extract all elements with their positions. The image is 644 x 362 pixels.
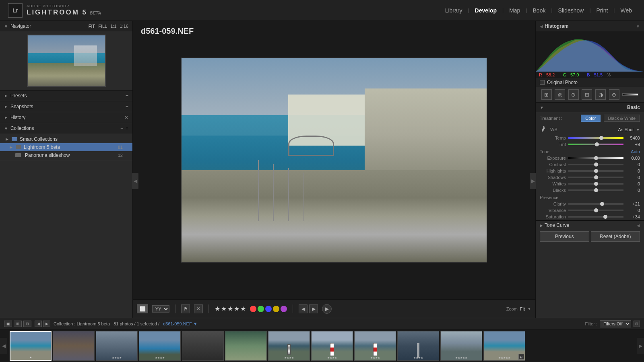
spot-removal-tool[interactable]: ⊙ bbox=[568, 89, 579, 100]
vibrance-thumb[interactable] bbox=[594, 208, 598, 212]
auto-btn[interactable]: Auto bbox=[631, 149, 640, 154]
contrast-thumb[interactable] bbox=[594, 162, 598, 167]
color-yellow[interactable] bbox=[273, 306, 279, 312]
histogram-left-arrow[interactable]: ◀ bbox=[540, 24, 543, 29]
saturation-slider[interactable] bbox=[568, 216, 623, 218]
grid-tool[interactable]: ⊞ bbox=[541, 89, 552, 100]
film-thumb-8[interactable]: ★★★★ bbox=[311, 331, 353, 361]
snapshots-add-btn[interactable]: + bbox=[126, 104, 128, 109]
collections-add-btn[interactable]: + bbox=[126, 125, 128, 131]
vibrance-slider[interactable] bbox=[568, 210, 623, 211]
filmstrip-left-arrow[interactable]: ◀ bbox=[0, 338, 7, 354]
clarity-slider[interactable] bbox=[568, 203, 623, 205]
histogram-header[interactable]: ◀ Histogram ▼ bbox=[536, 21, 644, 31]
next-image-arrow[interactable]: ▶ bbox=[309, 304, 318, 313]
filmstrip-forward-btn[interactable]: ▶ bbox=[43, 321, 50, 327]
filmstrip-right-arrow[interactable]: ▶ bbox=[637, 338, 644, 354]
wb-eyedropper[interactable] bbox=[540, 125, 548, 134]
navigator-header[interactable]: ▼ Navigator FIT FILL 1:1 1:16 bbox=[0, 21, 132, 31]
film-thumb-6[interactable] bbox=[225, 331, 267, 361]
nav-book[interactable]: Book bbox=[529, 6, 550, 15]
history-header[interactable]: ▼ History ✕ bbox=[0, 112, 132, 123]
zoom-1to1[interactable]: 1:1 bbox=[110, 24, 116, 29]
flag-btn[interactable]: ⚑ bbox=[181, 304, 190, 313]
shadows-thumb[interactable] bbox=[594, 175, 598, 179]
view-single[interactable]: ▣ bbox=[4, 321, 12, 327]
collection-main[interactable]: ▶ Lightroom 5 beta 81 bbox=[0, 143, 132, 151]
original-photo-checkbox[interactable] bbox=[540, 80, 545, 85]
collections-header[interactable]: ▼ Collections − + bbox=[0, 123, 132, 134]
highlights-slider[interactable] bbox=[568, 170, 623, 172]
nav-slideshow[interactable]: Slideshow bbox=[554, 6, 588, 15]
filter-dropdown[interactable]: Filters Off bbox=[600, 320, 631, 327]
whites-slider[interactable] bbox=[568, 183, 623, 185]
left-collapse-arrow[interactable]: ◀ bbox=[132, 173, 138, 189]
reset-btn[interactable]: Reset (Adobe) bbox=[591, 231, 640, 242]
nav-map[interactable]: Map bbox=[505, 6, 524, 15]
view-grid[interactable]: ⊞ bbox=[14, 321, 22, 327]
slideshow-play-btn[interactable]: ▶ bbox=[322, 304, 332, 314]
basic-header[interactable]: ▼ Basic bbox=[536, 103, 644, 112]
shadows-slider[interactable] bbox=[568, 177, 623, 178]
wb-dropdown[interactable]: ▼ bbox=[636, 128, 640, 132]
film-thumb-9[interactable]: ★★★★ bbox=[354, 331, 396, 361]
history-close-btn[interactable]: ✕ bbox=[124, 115, 128, 120]
radial-filter-tool[interactable]: ◎ bbox=[555, 89, 565, 100]
film-thumb-5[interactable] bbox=[182, 331, 224, 361]
film-thumb-7[interactable]: ★★★★ bbox=[268, 331, 310, 361]
color-blue[interactable] bbox=[265, 306, 272, 312]
right-collapse-arrow[interactable]: ▶ bbox=[530, 173, 536, 189]
exposure-slider-icon[interactable] bbox=[622, 93, 638, 96]
color-purple[interactable] bbox=[281, 306, 287, 312]
nav-library[interactable]: Library bbox=[441, 6, 466, 15]
prev-image-arrow[interactable]: ◀ bbox=[299, 304, 308, 313]
view-compare[interactable]: ⊟ bbox=[23, 321, 31, 327]
temp-slider[interactable] bbox=[568, 137, 623, 139]
snapshots-header[interactable]: ▼ Snapshots + bbox=[0, 101, 132, 112]
tone-curve-arrow[interactable]: ▶ bbox=[540, 223, 543, 228]
smart-collections-header[interactable]: ▶ Smart Collections bbox=[0, 135, 132, 143]
film-thumb-10[interactable]: ★★★★ bbox=[397, 331, 439, 361]
thumb-expand-icon[interactable]: ⬕ bbox=[518, 354, 524, 360]
temp-thumb[interactable] bbox=[599, 136, 603, 140]
zoom-fit[interactable]: FIT bbox=[89, 24, 95, 29]
presets-add-btn[interactable]: + bbox=[126, 93, 128, 99]
tint-thumb[interactable] bbox=[595, 142, 599, 146]
blacks-slider[interactable] bbox=[568, 189, 623, 191]
collections-minus-btn[interactable]: − bbox=[120, 125, 123, 131]
film-thumb-12[interactable]: ★★★★★ ⬕ bbox=[483, 331, 525, 361]
film-thumb-11[interactable]: ★★★★★ bbox=[440, 331, 482, 361]
saturation-thumb[interactable] bbox=[603, 215, 607, 219]
nav-develop[interactable]: Develop bbox=[471, 6, 501, 15]
zoom-dropdown[interactable]: ▼ bbox=[527, 306, 531, 311]
view-loupe-btn[interactable]: ⬜ bbox=[137, 304, 148, 313]
blacks-thumb[interactable] bbox=[594, 188, 598, 192]
view-mode-select[interactable]: YY bbox=[152, 305, 169, 313]
film-thumb-4[interactable]: ★★★★ bbox=[139, 331, 181, 361]
presets-header[interactable]: ▼ Presets + bbox=[0, 90, 132, 101]
color-red[interactable] bbox=[250, 306, 256, 312]
whites-thumb[interactable] bbox=[594, 182, 598, 186]
film-thumb-3[interactable]: ★★★★ bbox=[96, 331, 138, 361]
contrast-slider[interactable] bbox=[568, 164, 623, 165]
color-btn[interactable]: Color bbox=[581, 115, 600, 122]
star-rating[interactable]: ★ ★ ★ ★ ★ bbox=[215, 305, 246, 313]
filmstrip-back-btn[interactable]: ◀ bbox=[35, 321, 42, 327]
nav-print[interactable]: Print bbox=[592, 6, 612, 15]
collection-sub[interactable]: Panorama slideshow 12 bbox=[0, 151, 132, 159]
wb-value[interactable]: As Shot bbox=[618, 127, 634, 132]
highlights-thumb[interactable] bbox=[594, 169, 598, 173]
previous-btn[interactable]: Previous bbox=[540, 231, 589, 242]
tint-slider[interactable] bbox=[568, 144, 623, 145]
clarity-thumb[interactable] bbox=[600, 202, 604, 206]
film-thumb-2[interactable] bbox=[53, 331, 95, 361]
histogram-right-arrow[interactable]: ▼ bbox=[636, 24, 640, 29]
crop-tool[interactable]: ⊟ bbox=[582, 89, 592, 100]
color-green[interactable] bbox=[258, 306, 264, 312]
zoom-fill[interactable]: FILL bbox=[98, 24, 107, 29]
film-thumb-1[interactable]: ★ bbox=[10, 331, 52, 361]
filmstrip-dropdown[interactable]: ▼ bbox=[193, 321, 198, 326]
reject-btn[interactable]: ✕ bbox=[194, 304, 203, 313]
exposure-slider[interactable] bbox=[568, 157, 623, 159]
bw-btn[interactable]: Black & White bbox=[604, 115, 640, 122]
